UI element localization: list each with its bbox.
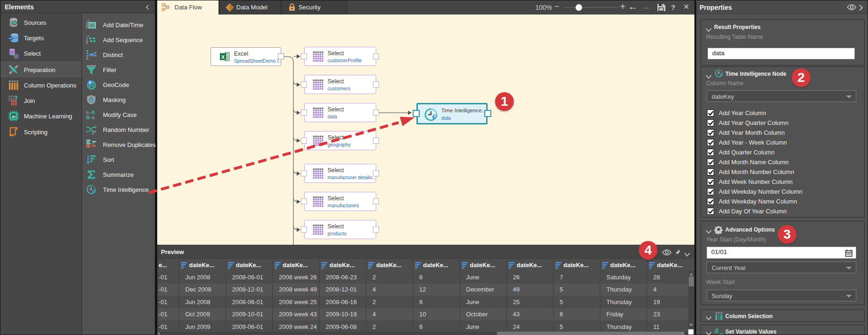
- svg-text:@: @: [719, 332, 723, 335]
- svg-text:A: A: [91, 109, 95, 115]
- svg-text:X: X: [221, 54, 225, 60]
- svg-text:b: b: [93, 116, 95, 120]
- svg-text:AI: AI: [12, 115, 15, 119]
- svg-text:B: B: [86, 115, 90, 120]
- svg-text:a: a: [86, 110, 88, 115]
- svg-text:#: #: [92, 131, 95, 135]
- svg-text:#: #: [715, 327, 719, 335]
